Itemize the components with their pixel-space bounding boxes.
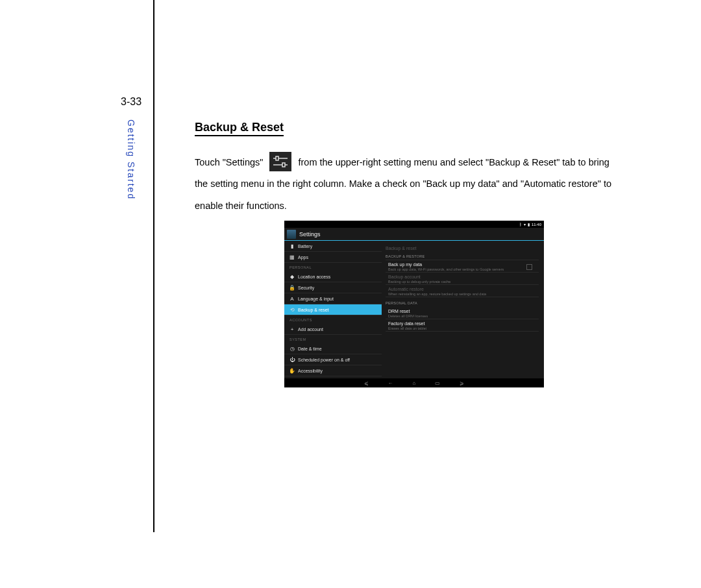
- setting-backup-my-data[interactable]: Back up my data Back up app data, Wi-Fi …: [386, 260, 539, 273]
- setting-drm-reset[interactable]: DRM reset Deletes all DRM licenses: [386, 307, 539, 319]
- setting-subtitle: Back up app data, Wi-Fi passwords, and o…: [388, 267, 539, 271]
- nav-bar: ⩽ ← ⌂ ▭ ⩾: [284, 378, 544, 387]
- setting-subtitle: Backing up to debug-only private cache: [388, 280, 539, 284]
- sidebar-item-label: Scheduled power on & off: [298, 358, 350, 362]
- detail-section-backup-restore: BACKUP & RESTORE: [386, 252, 539, 260]
- sidebar-item-label: Apps: [298, 255, 308, 260]
- bluetooth-icon: ᛒ: [519, 223, 522, 227]
- home-icon[interactable]: ⌂: [413, 380, 416, 386]
- status-time: 11:40: [532, 223, 541, 227]
- wifi-icon: ▾: [524, 222, 526, 227]
- svg-rect-2: [276, 156, 278, 160]
- accessibility-icon: ✋: [289, 368, 295, 373]
- sidebar-item-label: Security: [298, 286, 314, 290]
- sidebar-item-accessibility[interactable]: ✋ Accessibility: [284, 365, 382, 376]
- setting-factory-reset[interactable]: Factory data reset Erases all data on ta…: [386, 319, 539, 332]
- settings-detail-pane: Backup & reset BACKUP & RESTORE Back up …: [382, 241, 544, 378]
- android-settings-screenshot: ᛒ ▾ ▮ 11:40 Settings ▮ Battery ▦ Apps PE…: [284, 221, 544, 387]
- location-icon: ◆: [289, 274, 295, 279]
- detail-section-personal-data: PERSONAL DATA: [386, 299, 539, 307]
- clock-icon: ◷: [289, 346, 295, 351]
- setting-title: DRM reset: [388, 309, 539, 313]
- add-icon: +: [289, 326, 295, 332]
- backup-icon: ⟲: [289, 307, 295, 312]
- setting-title: Back up my data: [388, 262, 539, 267]
- side-divider: [116, 0, 154, 532]
- setting-title: Backup account: [388, 275, 539, 279]
- security-icon: 🔒: [289, 285, 295, 290]
- language-icon: A: [289, 296, 295, 301]
- sidebar-item-label: Battery: [298, 244, 312, 249]
- sidebar-item-label: Language & input: [298, 297, 334, 301]
- svg-rect-0: [269, 152, 291, 171]
- battery-icon: ▮: [289, 243, 295, 249]
- recent-icon[interactable]: ▭: [435, 380, 440, 386]
- text-span: the setting menu in the right column. Ma…: [195, 178, 611, 189]
- settings-sidebar: ▮ Battery ▦ Apps PERSONAL ◆ Location acc…: [284, 241, 382, 378]
- setting-automatic-restore[interactable]: Automatic restore When reinstalling an a…: [386, 285, 539, 297]
- volume-up-icon[interactable]: ⩾: [460, 380, 464, 386]
- sidebar-section-system: SYSTEM: [284, 335, 382, 343]
- svg-rect-4: [282, 163, 285, 167]
- apps-icon: ▦: [289, 254, 295, 260]
- volume-down-icon[interactable]: ⩽: [364, 380, 369, 386]
- sidebar-item-apps[interactable]: ▦ Apps: [284, 252, 382, 263]
- checkbox-icon[interactable]: [526, 264, 532, 270]
- settings-header: Settings: [284, 228, 544, 241]
- status-bar: ᛒ ▾ ▮ 11:40: [284, 221, 544, 228]
- text-span: enable their functions.: [195, 201, 287, 211]
- sidebar-item-date-time[interactable]: ◷ Date & time: [284, 343, 382, 354]
- sidebar-item-language[interactable]: A Language & input: [284, 293, 382, 304]
- sidebar-item-label: Location access: [298, 275, 330, 279]
- sidebar-item-label: Accessibility: [298, 369, 323, 373]
- setting-backup-account[interactable]: Backup account Backing up to debug-only …: [386, 273, 539, 285]
- page-number: 3-33: [121, 96, 141, 108]
- sidebar-item-add-account[interactable]: + Add account: [284, 324, 382, 335]
- settings-sliders-icon: [269, 152, 291, 171]
- sidebar-section-personal: PERSONAL: [284, 263, 382, 271]
- heading-backup-reset: Backup & Reset: [195, 121, 284, 136]
- sidebar-item-battery[interactable]: ▮ Battery: [284, 241, 382, 252]
- schedule-icon: ⏻: [289, 357, 295, 362]
- sidebar-item-location[interactable]: ◆ Location access: [284, 271, 382, 282]
- text-span: from the upper-right setting menu and se…: [298, 157, 609, 167]
- setting-subtitle: Erases all data on tablet: [388, 326, 539, 330]
- sidebar-item-label: Add account: [298, 327, 323, 332]
- back-icon[interactable]: ←: [388, 380, 393, 386]
- settings-title: Settings: [299, 231, 321, 238]
- setting-subtitle: Deletes all DRM licenses: [388, 314, 539, 318]
- body-paragraph: Touch "Settings" from the upper-right se…: [195, 152, 649, 217]
- section-label: Getting Started: [126, 119, 136, 200]
- setting-title: Factory data reset: [388, 321, 539, 326]
- settings-app-icon: [287, 230, 296, 239]
- setting-title: Automatic restore: [388, 287, 539, 291]
- text-span: Touch "Settings": [195, 157, 263, 167]
- sidebar-item-backup-reset[interactable]: ⟲ Backup & reset: [284, 304, 382, 315]
- setting-subtitle: When reinstalling an app, restore backed…: [388, 292, 539, 296]
- battery-status-icon: ▮: [528, 222, 530, 227]
- sidebar-section-accounts: ACCOUNTS: [284, 315, 382, 324]
- detail-title: Backup & reset: [386, 243, 539, 252]
- sidebar-item-label: Backup & reset: [298, 308, 328, 312]
- sidebar-item-security[interactable]: 🔒 Security: [284, 282, 382, 293]
- sidebar-item-label: Date & time: [298, 347, 322, 351]
- sidebar-item-scheduled-power[interactable]: ⏻ Scheduled power on & off: [284, 354, 382, 365]
- sidebar-item-developer[interactable]: { } Developer options: [284, 376, 382, 378]
